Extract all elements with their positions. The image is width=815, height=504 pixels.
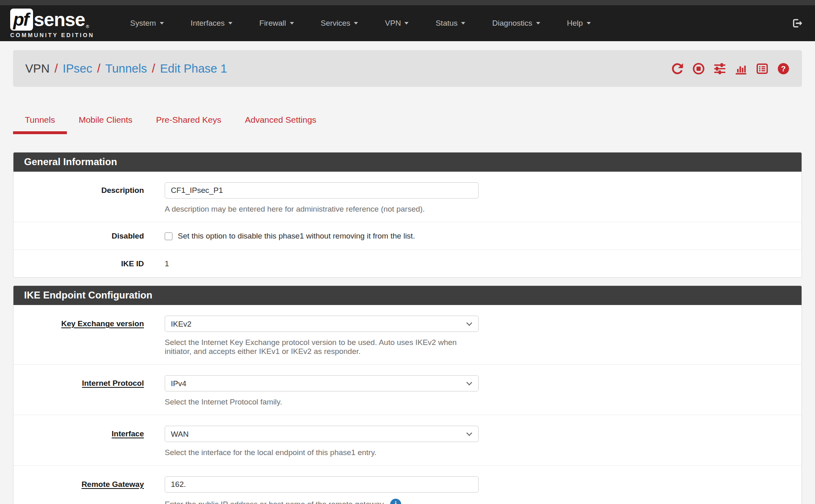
disabled-label: Disabled <box>13 231 144 241</box>
interface-select[interactable]: WAN <box>165 426 479 442</box>
key-exchange-select[interactable]: IKEv2 <box>165 316 479 332</box>
window-top-strip <box>0 0 815 5</box>
interface-help: Select the interface for the local endpo… <box>165 448 479 457</box>
internet-protocol-row: Internet Protocol IPv4 Select the Intern… <box>13 364 802 415</box>
disabled-checkbox[interactable] <box>165 232 172 240</box>
refresh-icon[interactable] <box>671 62 684 75</box>
breadcrumb-tunnels-link[interactable]: Tunnels <box>105 62 147 75</box>
remote-gateway-help: Enter the public IP address or host name… <box>165 499 479 504</box>
menu-help[interactable]: Help <box>554 5 604 41</box>
general-information-panel: General Information Description A descri… <box>13 152 802 278</box>
caret-down-icon <box>290 22 294 24</box>
caret-down-icon <box>461 22 465 24</box>
breadcrumb-separator: / <box>147 62 160 75</box>
ike-id-label: IKE ID <box>13 259 144 268</box>
sign-out-button[interactable] <box>791 18 803 29</box>
description-help: A description may be entered here for ad… <box>165 205 479 214</box>
pf-logo-box: pf <box>10 9 33 31</box>
main-menu: System Interfaces Firewall Services VPN … <box>117 5 604 41</box>
internet-protocol-select[interactable]: IPv4 <box>165 375 479 391</box>
tab-mobile-clients[interactable]: Mobile Clients <box>67 108 144 134</box>
caret-down-icon <box>228 22 232 24</box>
internet-protocol-label: Internet Protocol <box>13 375 144 407</box>
ike-endpoint-body: Key Exchange version IKEv2 Select the In… <box>13 305 802 504</box>
pfsense-logo-wordmark: pf sense ® <box>10 9 94 31</box>
caret-down-icon <box>536 22 540 24</box>
stop-icon[interactable] <box>692 62 705 75</box>
remote-gateway-input[interactable] <box>165 476 479 493</box>
interface-label: Interface <box>13 426 144 457</box>
tab-pre-shared-keys[interactable]: Pre-Shared Keys <box>144 108 233 134</box>
caret-down-icon <box>160 22 164 24</box>
remote-gateway-row: Remote Gateway Enter the public IP addre… <box>13 465 802 504</box>
help-icon[interactable]: ? <box>777 62 790 75</box>
menu-vpn[interactable]: VPN <box>371 5 422 41</box>
list-icon[interactable] <box>756 62 769 75</box>
breadcrumb-separator: / <box>50 62 63 75</box>
sliders-icon[interactable] <box>713 62 726 75</box>
breadcrumb: VPN / IPsec / Tunnels / Edit Phase 1 <box>25 62 227 75</box>
remote-gateway-label: Remote Gateway <box>13 476 144 504</box>
key-exchange-help: Select the Internet Key Exchange protoco… <box>165 338 479 356</box>
caret-down-icon <box>404 22 409 24</box>
disabled-checkbox-line: Set this option to disable this phase1 w… <box>165 231 479 241</box>
breadcrumb-edit-phase1-link[interactable]: Edit Phase 1 <box>160 62 227 75</box>
top-navbar: pf sense ® COMMUNITY EDITION System Inte… <box>0 5 815 41</box>
caret-down-icon <box>587 22 591 24</box>
menu-status[interactable]: Status <box>422 5 479 41</box>
interface-row: Interface WAN Select the interface for t… <box>13 415 802 465</box>
general-information-title: General Information <box>13 153 802 172</box>
info-icon[interactable]: i <box>390 499 401 504</box>
caret-down-icon <box>354 22 358 24</box>
menu-system[interactable]: System <box>117 5 177 41</box>
tab-tunnels[interactable]: Tunnels <box>13 108 67 134</box>
page-action-icons: ? <box>671 62 790 75</box>
key-exchange-label: Key Exchange version <box>13 316 144 356</box>
ike-id-row: IKE ID 1 <box>13 250 802 277</box>
sense-logo-text: sense <box>34 9 85 31</box>
pfsense-logo[interactable]: pf sense ® COMMUNITY EDITION <box>10 9 94 38</box>
key-exchange-row: Key Exchange version IKEv2 Select the In… <box>13 305 802 364</box>
breadcrumb-vpn: VPN <box>25 62 50 75</box>
community-edition-label: COMMUNITY EDITION <box>10 32 94 38</box>
description-row: Description A description may be entered… <box>13 172 802 222</box>
general-information-body: Description A description may be entered… <box>13 172 802 277</box>
ipsec-tabs: Tunnels Mobile Clients Pre-Shared Keys A… <box>13 108 802 134</box>
sign-out-icon <box>791 18 803 29</box>
disabled-row: Disabled Set this option to disable this… <box>13 222 802 250</box>
menu-interfaces[interactable]: Interfaces <box>177 5 246 41</box>
tab-advanced-settings[interactable]: Advanced Settings <box>233 108 328 134</box>
pf-logo-text: pf <box>13 9 30 30</box>
menu-diagnostics[interactable]: Diagnostics <box>479 5 553 41</box>
description-input[interactable] <box>165 182 479 199</box>
menu-services[interactable]: Services <box>307 5 372 41</box>
breadcrumb-ipsec-link[interactable]: IPsec <box>63 62 93 75</box>
ike-endpoint-panel: IKE Endpoint Configuration Key Exchange … <box>13 285 802 504</box>
ike-id-value: 1 <box>165 259 479 268</box>
internet-protocol-help: Select the Internet Protocol family. <box>165 398 479 407</box>
breadcrumb-separator: / <box>92 62 105 75</box>
menu-firewall[interactable]: Firewall <box>246 5 307 41</box>
description-label: Description <box>13 182 144 214</box>
bar-chart-icon[interactable] <box>735 62 747 75</box>
svg-text:?: ? <box>781 64 786 73</box>
breadcrumb-bar: VPN / IPsec / Tunnels / Edit Phase 1 <box>13 50 802 87</box>
registered-mark: ® <box>86 24 89 29</box>
disabled-checkbox-label: Set this option to disable this phase1 w… <box>178 232 415 241</box>
ike-endpoint-title: IKE Endpoint Configuration <box>13 286 802 305</box>
